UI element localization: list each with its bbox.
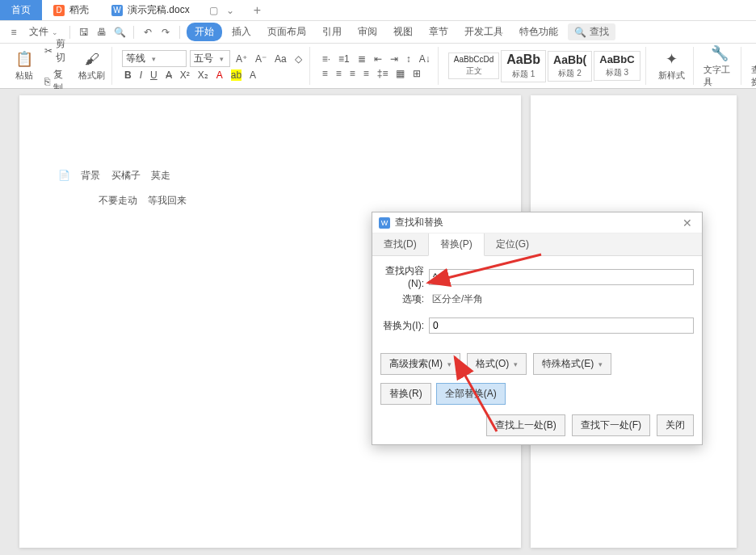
font-size-value: 五号 xyxy=(194,52,213,65)
redo-icon[interactable]: ↷ xyxy=(158,25,173,40)
options-label: 选项: xyxy=(380,292,429,306)
underline-button[interactable]: U xyxy=(148,69,160,82)
numbering-button[interactable]: ≡1 xyxy=(336,53,352,65)
style-heading1[interactable]: AaBb 标题 1 xyxy=(501,50,546,82)
style-gallery: AaBbCcDd 正文 AaBb 标题 1 AaBb( 标题 2 AaBbC 标… xyxy=(448,50,640,82)
advanced-search-button[interactable]: 高级搜索(M)▾ xyxy=(380,353,460,375)
replace-button[interactable]: 替换(R) xyxy=(380,383,431,405)
tab-daoke[interactable]: D 稻壳 xyxy=(42,0,100,20)
cut-button[interactable]: ✂剪切 xyxy=(42,36,74,65)
window-restore-icon[interactable]: ▢ xyxy=(209,5,218,16)
find-next-button[interactable]: 查找下一处(F) xyxy=(572,414,650,436)
find-content-input[interactable] xyxy=(429,269,694,285)
find-replace-button[interactable]: 🔍 查找替换 xyxy=(751,44,756,88)
align-left-button[interactable]: ≡ xyxy=(320,67,330,80)
subscript-button[interactable]: X₂ xyxy=(195,69,211,82)
font-color-button[interactable]: A xyxy=(214,69,225,82)
style-heading3[interactable]: AaBbC 标题 3 xyxy=(594,51,640,81)
paste-icon: 📋 xyxy=(15,50,33,68)
menu-developer[interactable]: 开发工具 xyxy=(458,23,510,41)
change-case-button[interactable]: Aa xyxy=(272,53,289,65)
font-size-select[interactable]: 五号▾ xyxy=(190,50,230,67)
paste-button[interactable]: 📋 粘贴 xyxy=(10,50,39,82)
tab-replace[interactable]: 替换(P) xyxy=(428,233,485,256)
style-h3-label: 标题 3 xyxy=(599,67,634,78)
superscript-button[interactable]: X² xyxy=(178,69,192,82)
highlight-button[interactable]: ab xyxy=(229,69,244,82)
find-prev-button[interactable]: 查找上一处(B) xyxy=(486,414,565,436)
menu-chapter[interactable]: 章节 xyxy=(422,23,455,41)
dialog-titlebar[interactable]: W 查找和替换 ✕ xyxy=(372,212,702,233)
doc-line-1: 📄 背景 买橘子 莫走 xyxy=(58,163,482,188)
align-center-button[interactable]: ≡ xyxy=(334,67,344,80)
special-format-label: 特殊格式(E) xyxy=(542,357,594,371)
dialog-tabs: 查找(D) 替换(P) 定位(G) xyxy=(372,233,702,256)
indent-inc-button[interactable]: ⇥ xyxy=(388,53,401,65)
menu-references[interactable]: 引用 xyxy=(316,23,348,41)
options-value: 区分全/半角 xyxy=(429,292,483,306)
menu-insert[interactable]: 插入 xyxy=(225,23,258,41)
replace-all-button[interactable]: 全部替换(A) xyxy=(436,383,506,405)
dialog-close-button[interactable]: ✕ xyxy=(679,217,695,229)
font-name-select[interactable]: 等线▾ xyxy=(122,50,187,67)
align-justify-button[interactable]: ≡ xyxy=(361,67,372,80)
new-style-button[interactable]: ✦ 新样式 xyxy=(656,50,688,82)
menu-review[interactable]: 审阅 xyxy=(351,23,384,41)
multilevel-button[interactable]: ≣ xyxy=(355,53,368,65)
find-replace-label: 查找替换 xyxy=(751,64,756,88)
search-box[interactable]: 🔍 查找 xyxy=(568,23,615,40)
preview-icon[interactable]: 🔍 xyxy=(112,25,127,40)
tab-home-label: 首页 xyxy=(11,3,31,17)
style-heading2[interactable]: AaBb( 标题 2 xyxy=(548,51,592,82)
align-right-button[interactable]: ≡ xyxy=(347,67,358,80)
bullets-button[interactable]: ≡· xyxy=(320,53,333,65)
style-body-label: 正文 xyxy=(454,65,494,77)
window-dropdown-icon[interactable]: ⌄ xyxy=(226,5,234,16)
style-h3-preview: AaBbC xyxy=(599,53,634,65)
replace-with-input[interactable] xyxy=(429,317,694,334)
dialog-app-icon: W xyxy=(379,217,390,229)
undo-icon[interactable]: ↶ xyxy=(141,25,155,40)
text-tool-button[interactable]: 🔧 文字工具 xyxy=(704,44,736,88)
close-button[interactable]: 关闭 xyxy=(657,414,694,436)
style-body-preview: AaBbCcDd xyxy=(454,55,494,64)
sort-button[interactable]: A↓ xyxy=(417,53,433,65)
menu-start[interactable]: 开始 xyxy=(187,23,222,41)
tab-daoke-label: 稻壳 xyxy=(69,3,89,17)
replace-with-label: 替换为(I): xyxy=(380,319,429,333)
advanced-search-label: 高级搜索(M) xyxy=(389,357,443,371)
format-button[interactable]: 格式(O)▾ xyxy=(467,353,527,375)
menu-layout[interactable]: 页面布局 xyxy=(261,23,313,41)
clear-format-button[interactable]: ◇ xyxy=(292,53,304,65)
tab-goto[interactable]: 定位(G) xyxy=(485,233,540,255)
grow-font-button[interactable]: A⁺ xyxy=(233,53,250,65)
plus-icon: + xyxy=(254,3,261,18)
char-border-button[interactable]: A xyxy=(247,69,258,82)
italic-button[interactable]: I xyxy=(137,69,145,82)
borders-button[interactable]: ⊞ xyxy=(410,67,423,80)
style-h1-label: 标题 1 xyxy=(506,69,540,80)
special-format-button[interactable]: 特殊格式(E)▾ xyxy=(533,353,611,375)
menu-special[interactable]: 特色功能 xyxy=(513,23,565,41)
format-painter-button[interactable]: 🖌 格式刷 xyxy=(78,51,107,82)
daoke-icon: D xyxy=(53,5,65,16)
tab-home[interactable]: 首页 xyxy=(0,0,42,20)
font-name-value: 等线 xyxy=(126,52,145,65)
bold-button[interactable]: B xyxy=(122,69,134,82)
strike-button[interactable]: A̶ xyxy=(163,69,174,82)
doc-text: 背景 xyxy=(81,170,100,181)
style-h1-preview: AaBb xyxy=(506,53,540,67)
find-content-label: 查找内容(N): xyxy=(380,264,429,289)
menu-view[interactable]: 视图 xyxy=(387,23,419,41)
shading-button[interactable]: ▦ xyxy=(393,67,407,80)
shrink-font-button[interactable]: A⁻ xyxy=(253,53,269,65)
indent-dec-button[interactable]: ⇤ xyxy=(372,53,384,65)
text-direction-button[interactable]: ↕ xyxy=(404,53,414,65)
style-body[interactable]: AaBbCcDd 正文 xyxy=(448,53,499,79)
cut-icon: ✂ xyxy=(44,45,52,57)
copy-icon: ⎘ xyxy=(44,76,50,87)
tab-document[interactable]: W 演示完稿.docx xyxy=(100,0,201,20)
new-tab-button[interactable]: + xyxy=(242,0,272,20)
tab-find[interactable]: 查找(D) xyxy=(372,233,428,255)
line-spacing-button[interactable]: ‡≡ xyxy=(375,67,391,80)
